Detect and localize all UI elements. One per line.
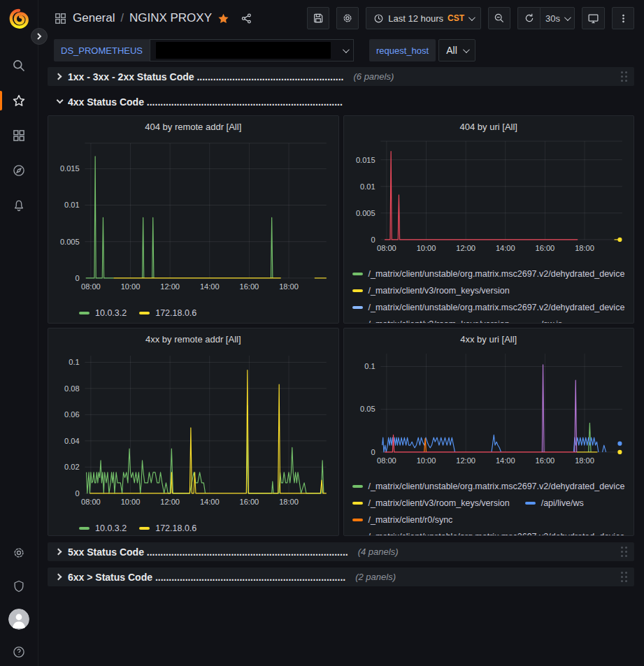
legend-item[interactable]: /_matrix/client/r0/sync: [352, 512, 453, 528]
row-dots: ........................................…: [155, 572, 345, 583]
refresh-interval-picker[interactable]: 30s: [540, 7, 575, 29]
legend-item[interactable]: /_matrix/client/v3/room_keys/version: [352, 282, 510, 299]
star-icon: [12, 94, 26, 108]
time-range-picker[interactable]: Last 12 hours CST: [366, 7, 481, 29]
gear-icon: [12, 546, 26, 560]
svg-text:12:00: 12:00: [456, 244, 475, 252]
refresh-button[interactable]: [517, 7, 540, 29]
svg-text:0.02: 0.02: [64, 463, 80, 471]
panel-legend: /_matrix/client/unstable/org.matrix.msc2…: [350, 478, 629, 536]
favorite-star-icon[interactable]: [217, 13, 229, 24]
row-dots: ........................................…: [196, 71, 343, 82]
svg-text:0.08: 0.08: [64, 384, 80, 393]
svg-text:08:00: 08:00: [377, 456, 396, 465]
svg-text:18:00: 18:00: [279, 498, 299, 506]
legend-item[interactable]: /_matrix/client/v3/room_keys/version: [352, 316, 510, 324]
legend-label: /api/live/ws: [541, 498, 584, 508]
top-nav: General / NGINX PROXY Last 12 hours CST: [38, 0, 644, 36]
svg-text:0.005: 0.005: [60, 238, 80, 246]
share-icon[interactable]: [241, 13, 252, 24]
time-range-label: Last 12 hours: [388, 13, 443, 24]
sidebar-item-help[interactable]: [0, 641, 38, 663]
svg-text:10:00: 10:00: [121, 498, 141, 506]
dashboard-settings-button[interactable]: [336, 7, 359, 29]
sidebar-item-starred[interactable]: [0, 89, 38, 112]
sidebar-item-alerting[interactable]: [0, 194, 38, 217]
sidebar-item-server-admin[interactable]: [0, 575, 38, 598]
breadcrumb-folder[interactable]: General: [73, 11, 115, 25]
legend-item[interactable]: /_matrix/client/unstable/org.matrix.msc2…: [352, 528, 625, 536]
legend-swatch: [525, 323, 536, 324]
panel-title[interactable]: 4xx by remote addr [All]: [54, 332, 333, 347]
legend-label: 10.0.3.2: [95, 523, 127, 533]
chevron-right-icon: [55, 73, 62, 80]
legend-item[interactable]: /sw.js: [525, 316, 563, 324]
row-title: 4xx Status Code: [68, 96, 144, 108]
svg-text:14:00: 14:00: [200, 282, 220, 291]
variable-value-ds-prometheus[interactable]: [150, 39, 354, 61]
legend-item[interactable]: /_matrix/client/unstable/org.matrix.msc2…: [352, 266, 625, 282]
legend-label: /_matrix/client/unstable/org.matrix.msc2…: [368, 532, 625, 536]
legend-item[interactable]: 172.18.0.6: [139, 520, 196, 536]
legend-item[interactable]: /_matrix/client/unstable/org.matrix.msc2…: [352, 478, 625, 495]
svg-text:0: 0: [371, 236, 375, 244]
legend-item[interactable]: 10.0.3.2: [79, 305, 127, 321]
legend-swatch: [139, 527, 150, 530]
legend-swatch: [79, 527, 90, 530]
legend-swatch: [352, 485, 363, 488]
legend-item[interactable]: 10.0.3.2: [79, 520, 127, 536]
page-title[interactable]: NGINX PROXY: [129, 11, 212, 25]
cycle-view-mode-button[interactable]: [582, 7, 605, 29]
sidebar-item-configuration[interactable]: [0, 542, 38, 564]
legend-item[interactable]: /_matrix/client/unstable/org.matrix.msc2…: [352, 299, 625, 316]
chevron-right-icon: [36, 33, 43, 40]
panel-legend: 10.0.3.2172.18.0.6: [54, 520, 333, 536]
legend-item[interactable]: 172.18.0.6: [139, 305, 196, 321]
row-drag-handle[interactable]: [620, 571, 627, 583]
legend-label: /_matrix/client/v3/room_keys/version: [368, 319, 510, 324]
row-dots: ........................................…: [147, 96, 343, 108]
row-1xx-3xx-2xx[interactable]: 1xx - 3xx - 2xx Status Code ............…: [48, 67, 634, 86]
sidebar-item-search[interactable]: [0, 55, 38, 77]
variable-label-ds-prometheus[interactable]: DS_PROMETHEUS: [54, 39, 150, 61]
legend-swatch: [139, 312, 150, 314]
row-drag-handle[interactable]: [620, 71, 627, 82]
panel-title[interactable]: 404 by remote addr [All]: [54, 120, 333, 135]
row-5xx[interactable]: 5xx Status Code ........................…: [48, 542, 634, 561]
legend-item[interactable]: /api/live/ws: [525, 495, 584, 512]
svg-text:0.015: 0.015: [60, 164, 80, 173]
sidebar-item-dashboards[interactable]: [0, 124, 38, 147]
legend-item[interactable]: /_matrix/client/v3/room_keys/version: [352, 495, 510, 512]
sidebar: [0, 0, 38, 666]
clock-icon: [373, 13, 384, 24]
row-drag-handle[interactable]: [620, 546, 627, 558]
grafana-logo[interactable]: [8, 8, 29, 29]
sidebar-item-explore[interactable]: [0, 159, 38, 182]
kebab-menu-icon: [618, 13, 629, 24]
legend-label: 172.18.0.6: [155, 523, 196, 533]
bell-icon: [12, 198, 26, 212]
panel-3: 4xx by uri [All]08:0010:0012:0014:0016:0…: [343, 328, 635, 536]
redacted-value: [156, 42, 331, 59]
user-avatar[interactable]: [8, 609, 29, 630]
expand-sidebar-button[interactable]: [31, 28, 48, 45]
row-title: 1xx - 3xx - 2xx Status Code: [68, 71, 194, 82]
refresh-icon: [524, 13, 535, 24]
dashboards-grid-icon: [12, 129, 26, 143]
svg-text:14:00: 14:00: [495, 456, 515, 465]
legend-swatch: [352, 289, 363, 292]
svg-text:12:00: 12:00: [160, 282, 180, 291]
more-options-button[interactable]: [612, 7, 634, 29]
save-dashboard-button[interactable]: [307, 7, 329, 29]
refresh-group: 30s: [517, 7, 575, 29]
variable-label-request-host[interactable]: request_host: [369, 39, 436, 61]
zoom-out-time-button[interactable]: [488, 7, 510, 29]
row-panel-count: (2 panels): [355, 572, 396, 582]
row-4xx[interactable]: 4xx Status Code ........................…: [48, 92, 634, 111]
panel-title[interactable]: 404 by uri [All]: [350, 120, 629, 135]
row-6xx[interactable]: 6xx > Status Code ......................…: [48, 567, 634, 586]
legend-swatch: [352, 519, 363, 521]
row-panel-count: (4 panels): [358, 546, 399, 557]
variable-value-request-host[interactable]: All: [438, 39, 475, 61]
panel-title[interactable]: 4xx by uri [All]: [350, 332, 629, 347]
